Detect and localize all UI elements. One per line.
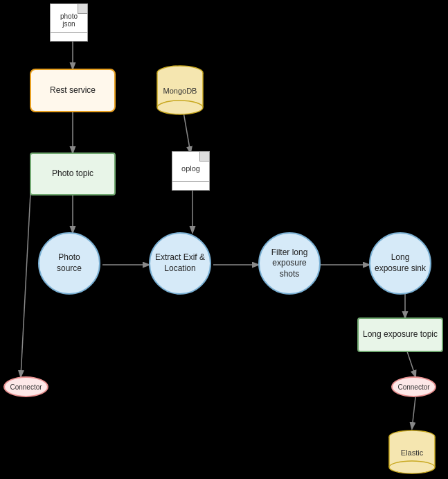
oplog-node: oplog — [172, 151, 210, 191]
extract-exif-label: Extract Exif &Location — [155, 252, 205, 274]
svg-text:MongoDB: MongoDB — [163, 87, 197, 95]
mongodb-node: MongoDB — [152, 62, 208, 118]
connector-right-label: Connector — [397, 383, 429, 391]
photo-topic-node: Photo topic — [30, 153, 116, 195]
photo-source-label: Photosource — [57, 252, 82, 274]
elastic-cylinder-icon: Elastic — [388, 429, 436, 476]
mongodb-cylinder-icon: MongoDB — [156, 64, 204, 116]
photo-json-label: photo json — [60, 12, 78, 28]
svg-text:Elastic: Elastic — [401, 448, 424, 457]
photo-json-node: photo json — [50, 3, 88, 42]
svg-point-22 — [389, 461, 435, 473]
long-exposure-sink-label: Longexposure sink — [375, 252, 426, 274]
connector-left-node: Connector — [3, 376, 48, 397]
elastic-node: Elastic — [384, 428, 440, 477]
oplog-label: oplog — [181, 164, 200, 173]
photo-topic-label: Photo topic — [52, 168, 93, 180]
filter-long-label: Filter longexposureshots — [271, 247, 308, 280]
rest-service-label: Rest service — [50, 85, 96, 96]
long-exposure-sink-node: Longexposure sink — [369, 232, 431, 295]
svg-line-11 — [21, 180, 31, 376]
svg-line-10 — [412, 397, 415, 428]
photo-source-node: Photosource — [38, 232, 100, 295]
extract-exif-node: Extract Exif &Location — [149, 232, 211, 295]
svg-line-3 — [183, 112, 190, 153]
long-exposure-topic-node: Long exposure topic — [357, 317, 443, 352]
long-exposure-topic-label: Long exposure topic — [363, 329, 438, 340]
connector-left-label: Connector — [10, 383, 42, 391]
connector-right-node: Connector — [391, 376, 436, 397]
filter-long-node: Filter longexposureshots — [258, 232, 321, 295]
rest-service-node: Rest service — [30, 69, 116, 112]
svg-point-16 — [157, 101, 203, 114]
